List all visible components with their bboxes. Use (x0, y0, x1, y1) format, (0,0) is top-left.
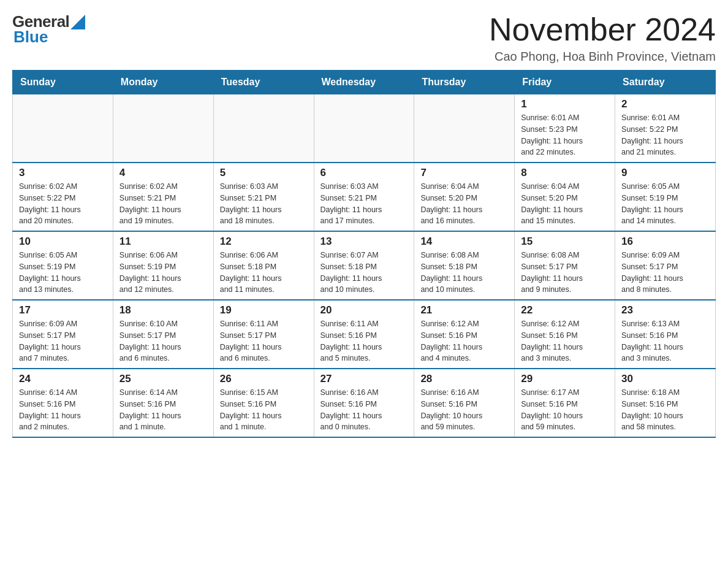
day-number: 3 (19, 167, 107, 179)
day-number: 6 (320, 167, 408, 179)
calendar-cell: 3Sunrise: 6:02 AMSunset: 5:22 PMDaylight… (13, 163, 113, 231)
location-text: Cao Phong, Hoa Binh Province, Vietnam (489, 50, 716, 64)
calendar-cell: 10Sunrise: 6:05 AMSunset: 5:19 PMDayligh… (13, 231, 113, 300)
calendar-week-row: 3Sunrise: 6:02 AMSunset: 5:22 PMDaylight… (13, 163, 716, 231)
day-number: 28 (420, 373, 508, 385)
logo-triangle-icon (70, 15, 85, 29)
logo: General Blue (12, 12, 85, 47)
calendar-table: SundayMondayTuesdayWednesdayThursdayFrid… (12, 70, 716, 438)
calendar-cell: 27Sunrise: 6:16 AMSunset: 5:16 PMDayligh… (314, 369, 414, 437)
calendar-cell: 15Sunrise: 6:08 AMSunset: 5:17 PMDayligh… (515, 231, 615, 300)
logo-blue-text: Blue (13, 28, 48, 47)
day-info: Sunrise: 6:14 AMSunset: 5:16 PMDaylight:… (19, 387, 107, 433)
day-info: Sunrise: 6:06 AMSunset: 5:19 PMDaylight:… (119, 250, 207, 296)
calendar-cell: 18Sunrise: 6:10 AMSunset: 5:17 PMDayligh… (113, 300, 213, 369)
calendar-cell (13, 94, 113, 163)
day-number: 14 (420, 236, 508, 248)
day-info: Sunrise: 6:07 AMSunset: 5:18 PMDaylight:… (320, 250, 408, 296)
weekday-header-row: SundayMondayTuesdayWednesdayThursdayFrid… (13, 71, 716, 94)
day-number: 13 (320, 236, 408, 248)
day-number: 5 (220, 167, 308, 179)
calendar-cell: 9Sunrise: 6:05 AMSunset: 5:19 PMDaylight… (615, 163, 716, 231)
day-number: 17 (19, 304, 107, 316)
calendar-cell: 1Sunrise: 6:01 AMSunset: 5:23 PMDaylight… (515, 94, 615, 163)
day-info: Sunrise: 6:05 AMSunset: 5:19 PMDaylight:… (19, 250, 107, 296)
day-number: 30 (621, 373, 709, 385)
calendar-cell: 14Sunrise: 6:08 AMSunset: 5:18 PMDayligh… (414, 231, 515, 300)
calendar-cell: 5Sunrise: 6:03 AMSunset: 5:21 PMDaylight… (213, 163, 314, 231)
calendar-week-row: 24Sunrise: 6:14 AMSunset: 5:16 PMDayligh… (13, 369, 716, 437)
weekday-header-wednesday: Wednesday (314, 71, 414, 94)
day-info: Sunrise: 6:12 AMSunset: 5:16 PMDaylight:… (420, 318, 508, 364)
calendar-cell (113, 94, 213, 163)
day-number: 9 (621, 167, 709, 179)
calendar-week-row: 1Sunrise: 6:01 AMSunset: 5:23 PMDaylight… (13, 94, 716, 163)
day-number: 18 (119, 304, 207, 316)
weekday-header-friday: Friday (515, 71, 615, 94)
calendar-cell: 26Sunrise: 6:15 AMSunset: 5:16 PMDayligh… (213, 369, 314, 437)
day-info: Sunrise: 6:16 AMSunset: 5:16 PMDaylight:… (320, 387, 408, 433)
calendar-cell: 21Sunrise: 6:12 AMSunset: 5:16 PMDayligh… (414, 300, 515, 369)
day-number: 26 (220, 373, 308, 385)
weekday-header-sunday: Sunday (13, 71, 113, 94)
month-title: November 2024 (489, 12, 716, 47)
calendar-cell: 6Sunrise: 6:03 AMSunset: 5:21 PMDaylight… (314, 163, 414, 231)
calendar-cell: 4Sunrise: 6:02 AMSunset: 5:21 PMDaylight… (113, 163, 213, 231)
calendar-cell: 12Sunrise: 6:06 AMSunset: 5:18 PMDayligh… (213, 231, 314, 300)
svg-marker-0 (70, 15, 85, 29)
day-info: Sunrise: 6:12 AMSunset: 5:16 PMDaylight:… (521, 318, 609, 364)
day-number: 24 (19, 373, 107, 385)
day-info: Sunrise: 6:02 AMSunset: 5:21 PMDaylight:… (119, 181, 207, 227)
day-number: 11 (119, 236, 207, 248)
calendar-cell: 19Sunrise: 6:11 AMSunset: 5:17 PMDayligh… (213, 300, 314, 369)
day-info: Sunrise: 6:08 AMSunset: 5:17 PMDaylight:… (521, 250, 609, 296)
day-info: Sunrise: 6:11 AMSunset: 5:17 PMDaylight:… (220, 318, 308, 364)
weekday-header-thursday: Thursday (414, 71, 515, 94)
day-info: Sunrise: 6:03 AMSunset: 5:21 PMDaylight:… (220, 181, 308, 227)
day-info: Sunrise: 6:06 AMSunset: 5:18 PMDaylight:… (220, 250, 308, 296)
calendar-cell: 8Sunrise: 6:04 AMSunset: 5:20 PMDaylight… (515, 163, 615, 231)
day-info: Sunrise: 6:04 AMSunset: 5:20 PMDaylight:… (521, 181, 609, 227)
day-info: Sunrise: 6:18 AMSunset: 5:16 PMDaylight:… (621, 387, 709, 433)
day-number: 22 (521, 304, 609, 316)
calendar-cell (213, 94, 314, 163)
day-info: Sunrise: 6:17 AMSunset: 5:16 PMDaylight:… (521, 387, 609, 433)
calendar-cell (414, 94, 515, 163)
day-number: 16 (621, 236, 709, 248)
day-number: 8 (521, 167, 609, 179)
day-info: Sunrise: 6:09 AMSunset: 5:17 PMDaylight:… (621, 250, 709, 296)
day-number: 29 (521, 373, 609, 385)
calendar-header: SundayMondayTuesdayWednesdayThursdayFrid… (13, 71, 716, 94)
day-info: Sunrise: 6:08 AMSunset: 5:18 PMDaylight:… (420, 250, 508, 296)
day-info: Sunrise: 6:16 AMSunset: 5:16 PMDaylight:… (420, 387, 508, 433)
calendar-cell: 7Sunrise: 6:04 AMSunset: 5:20 PMDaylight… (414, 163, 515, 231)
day-info: Sunrise: 6:15 AMSunset: 5:16 PMDaylight:… (220, 387, 308, 433)
day-info: Sunrise: 6:01 AMSunset: 5:23 PMDaylight:… (521, 112, 609, 158)
calendar-cell: 30Sunrise: 6:18 AMSunset: 5:16 PMDayligh… (615, 369, 716, 437)
calendar-cell: 24Sunrise: 6:14 AMSunset: 5:16 PMDayligh… (13, 369, 113, 437)
day-number: 15 (521, 236, 609, 248)
day-number: 12 (220, 236, 308, 248)
day-number: 20 (320, 304, 408, 316)
calendar-cell: 13Sunrise: 6:07 AMSunset: 5:18 PMDayligh… (314, 231, 414, 300)
weekday-header-tuesday: Tuesday (213, 71, 314, 94)
day-number: 23 (621, 304, 709, 316)
day-info: Sunrise: 6:03 AMSunset: 5:21 PMDaylight:… (320, 181, 408, 227)
calendar-body: 1Sunrise: 6:01 AMSunset: 5:23 PMDaylight… (13, 94, 716, 438)
day-number: 10 (19, 236, 107, 248)
page-header: General Blue November 2024 Cao Phong, Ho… (12, 12, 716, 64)
day-number: 27 (320, 373, 408, 385)
day-info: Sunrise: 6:02 AMSunset: 5:22 PMDaylight:… (19, 181, 107, 227)
calendar-cell: 11Sunrise: 6:06 AMSunset: 5:19 PMDayligh… (113, 231, 213, 300)
day-number: 7 (420, 167, 508, 179)
day-info: Sunrise: 6:01 AMSunset: 5:22 PMDaylight:… (621, 112, 709, 158)
calendar-cell: 23Sunrise: 6:13 AMSunset: 5:16 PMDayligh… (615, 300, 716, 369)
calendar-week-row: 10Sunrise: 6:05 AMSunset: 5:19 PMDayligh… (13, 231, 716, 300)
calendar-cell: 2Sunrise: 6:01 AMSunset: 5:22 PMDaylight… (615, 94, 716, 163)
calendar-cell: 28Sunrise: 6:16 AMSunset: 5:16 PMDayligh… (414, 369, 515, 437)
weekday-header-monday: Monday (113, 71, 213, 94)
calendar-cell: 29Sunrise: 6:17 AMSunset: 5:16 PMDayligh… (515, 369, 615, 437)
day-info: Sunrise: 6:05 AMSunset: 5:19 PMDaylight:… (621, 181, 709, 227)
calendar-cell (314, 94, 414, 163)
day-number: 21 (420, 304, 508, 316)
